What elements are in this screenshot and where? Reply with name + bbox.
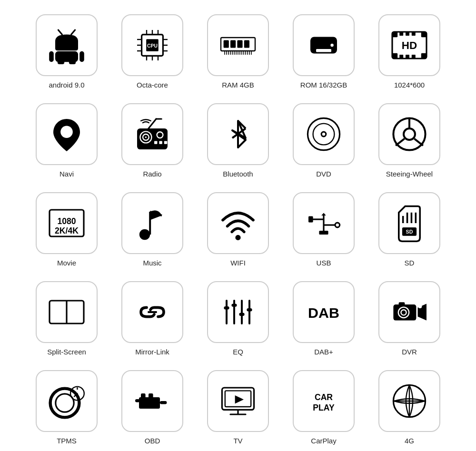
- icon-box-sd: SD: [378, 192, 440, 254]
- icon-box-split: [36, 281, 98, 343]
- svg-rect-28: [244, 40, 249, 48]
- svg-line-2: [58, 30, 62, 35]
- feature-label-bluetooth: Bluetooth: [223, 170, 253, 178]
- feature-label-mirror: Mirror-Link: [135, 348, 169, 356]
- svg-point-117: [50, 389, 79, 418]
- feature-label-usb: USB: [317, 259, 331, 267]
- feature-label-radio: Radio: [143, 170, 161, 178]
- feature-radio: Radio: [114, 103, 190, 178]
- icon-box-octa-core: CPU: [121, 14, 183, 76]
- svg-point-77: [404, 128, 415, 140]
- feature-label-sd: SD: [405, 259, 415, 267]
- svg-rect-124: [160, 401, 167, 404]
- svg-rect-25: [224, 40, 229, 48]
- feature-usb: USB: [286, 192, 362, 267]
- feature-carplay: CAR PLAY CarPlay: [286, 370, 362, 445]
- svg-rect-90: [308, 216, 313, 223]
- feature-bluetooth: Bluetooth: [200, 103, 276, 178]
- feature-eq: EQ: [200, 281, 276, 356]
- icon-box-dab: DAB: [293, 281, 355, 343]
- svg-rect-52: [399, 32, 403, 36]
- svg-rect-121: [139, 397, 160, 409]
- svg-text:HD: HD: [402, 39, 417, 51]
- svg-rect-93: [319, 231, 328, 235]
- svg-rect-108: [239, 313, 244, 316]
- feature-label-music: Music: [143, 259, 161, 267]
- icon-box-tv: [207, 370, 269, 432]
- feature-android: android 9.0: [29, 14, 105, 89]
- svg-text:DAB: DAB: [308, 304, 339, 321]
- feature-label-steering: Steeing-Wheel: [386, 170, 433, 178]
- feature-dab: DAB DAB+: [286, 281, 362, 356]
- feature-label-navi: Navi: [60, 170, 74, 178]
- svg-line-79: [396, 139, 404, 146]
- svg-rect-123: [149, 393, 153, 398]
- svg-rect-56: [406, 55, 409, 59]
- svg-rect-5: [58, 60, 64, 64]
- svg-rect-50: [392, 53, 397, 59]
- svg-rect-69: [164, 141, 167, 144]
- icon-box-dvr: [378, 281, 440, 343]
- feature-ram: RAM 4GB: [200, 14, 276, 89]
- icon-box-eq: [207, 281, 269, 343]
- feature-movie: 1080 2K/4K Movie: [29, 192, 105, 267]
- svg-rect-68: [159, 141, 162, 144]
- svg-rect-104: [224, 306, 229, 309]
- feature-mirror: Mirror-Link: [114, 281, 190, 356]
- svg-text:CAR: CAR: [315, 392, 333, 402]
- svg-rect-122: [141, 393, 146, 398]
- svg-text:1080: 1080: [57, 216, 76, 226]
- feature-steering: Steeing-Wheel: [371, 103, 447, 178]
- feature-obd: OBD: [114, 370, 190, 445]
- icon-box-navi: [36, 103, 98, 165]
- feature-label-4g: 4G: [405, 437, 414, 445]
- feature-label-eq: EQ: [233, 348, 243, 356]
- svg-rect-110: [247, 308, 252, 311]
- svg-rect-27: [237, 40, 242, 48]
- svg-point-75: [322, 133, 325, 136]
- feature-label-tv: TV: [233, 437, 242, 445]
- feature-resolution: HD 1024*600: [371, 14, 447, 89]
- feature-label-dab: DAB+: [314, 348, 333, 356]
- icon-box-mirror: [121, 281, 183, 343]
- svg-rect-51: [421, 53, 426, 59]
- svg-rect-49: [421, 32, 426, 37]
- svg-rect-26: [230, 40, 236, 48]
- svg-point-116: [418, 304, 422, 308]
- svg-point-65: [145, 137, 147, 138]
- svg-rect-106: [231, 304, 237, 306]
- icon-box-tpms: [36, 370, 98, 432]
- feature-label-movie: Movie: [57, 259, 76, 267]
- svg-point-84: [139, 229, 150, 240]
- svg-point-46: [330, 44, 333, 47]
- feature-label-tpms: TPMS: [57, 437, 77, 445]
- icon-box-android: [36, 14, 98, 76]
- icon-box-obd: [121, 370, 183, 432]
- icon-box-radio: [121, 103, 183, 165]
- feature-wifi: WIFI: [200, 192, 276, 267]
- feature-label-obd: OBD: [145, 437, 160, 445]
- svg-text:SD: SD: [406, 229, 413, 235]
- svg-line-80: [414, 139, 423, 146]
- feature-rom: ROM 16/32GB: [286, 14, 362, 89]
- feature-label-dvd: DVD: [316, 170, 331, 178]
- icon-box-rom: [293, 14, 355, 76]
- icon-box-4g: [378, 370, 440, 432]
- svg-point-59: [60, 126, 73, 138]
- svg-rect-53: [406, 32, 409, 36]
- icon-box-dvd: [293, 103, 355, 165]
- svg-rect-6: [69, 60, 76, 64]
- svg-point-126: [140, 409, 143, 412]
- svg-text:CPU: CPU: [147, 43, 158, 49]
- icon-box-wifi: [207, 192, 269, 254]
- feature-label-ram: RAM 4GB: [222, 81, 254, 89]
- feature-label-wifi: WIFI: [230, 259, 246, 267]
- svg-rect-8: [79, 51, 84, 62]
- feature-dvd: DVD: [286, 103, 362, 178]
- feature-label-split: Split-Screen: [47, 348, 86, 356]
- svg-rect-62: [137, 128, 168, 149]
- icon-box-movie: 1080 2K/4K: [36, 192, 98, 254]
- feature-label-resolution: 1024*600: [394, 81, 425, 89]
- feature-music: Music: [114, 192, 190, 267]
- feature-label-android: android 9.0: [49, 81, 84, 89]
